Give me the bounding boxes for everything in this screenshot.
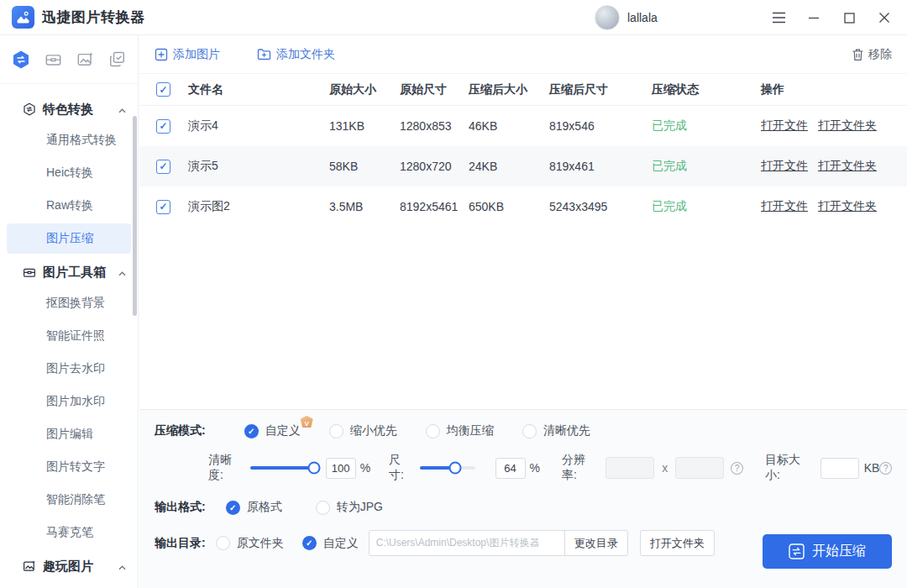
row-checkbox[interactable] <box>156 119 170 134</box>
open-folder-link[interactable]: 打开文件夹 <box>818 199 877 214</box>
open-output-folder-button[interactable]: 打开文件夹 <box>640 530 715 556</box>
target-size-help-icon[interactable]: ? <box>879 462 892 475</box>
open-file-link[interactable]: 打开文件 <box>761 199 808 214</box>
format-option-label: 转为JPG <box>337 500 383 515</box>
sidebar-scrollbar[interactable] <box>133 116 137 316</box>
sidebar-item-image-edit[interactable]: 图片编辑 <box>7 419 131 449</box>
sidebar-item-mosaic-pen[interactable]: 马赛克笔 <box>7 517 131 548</box>
mode-option-shrink-first[interactable]: 缩小优先 <box>329 423 397 438</box>
sidebar-item-universal-convert[interactable]: 通用格式转换 <box>7 125 131 155</box>
radio-checked-icon[interactable] <box>244 424 259 438</box>
resolution-width-input[interactable] <box>606 457 654 479</box>
column-original-size: 原始大小 <box>329 82 400 97</box>
open-folder-link[interactable]: 打开文件夹 <box>818 118 877 134</box>
select-all-checkbox[interactable] <box>156 82 170 97</box>
mode-option-label: 缩小优先 <box>350 423 397 438</box>
minimize-button[interactable] <box>796 0 831 35</box>
section-label: 特色转换 <box>43 102 93 118</box>
sidebar-item-cutout-bg[interactable]: 抠图换背景 <box>7 288 131 318</box>
sidebar-item-raw-convert[interactable]: Raw转换 <box>7 191 131 221</box>
cell-compressed-dimensions: 819x461 <box>549 160 652 173</box>
output-option-source-folder[interactable]: 原文件夹 <box>216 536 284 551</box>
format-option-original[interactable]: 原格式 <box>226 500 282 515</box>
radio-unchecked-icon[interactable] <box>522 424 537 438</box>
open-file-link[interactable]: 打开文件 <box>761 159 808 174</box>
sidebar-item-image-compress[interactable]: 图片压缩 <box>7 223 131 254</box>
status-badge: 已完成 <box>652 199 761 214</box>
compress-mode-label: 压缩模式: <box>155 423 206 438</box>
convert-tab-icon[interactable] <box>11 50 31 70</box>
username: lallala <box>627 11 658 24</box>
add-image-button[interactable]: 添加图片 <box>155 47 220 62</box>
output-option-label: 原文件夹 <box>237 536 284 551</box>
size-value-input[interactable] <box>495 458 526 479</box>
mode-option-custom[interactable]: 自定义V <box>244 423 301 438</box>
start-compress-button[interactable]: 开始压缩 <box>763 534 892 569</box>
chevron-up-icon[interactable] <box>118 265 126 279</box>
output-option-custom[interactable]: 自定义 <box>302 536 359 551</box>
image-tools-tab-icon[interactable] <box>75 50 95 70</box>
sidebar-item-smart-eraser[interactable]: 智能消除笔 <box>7 485 131 515</box>
cell-original-size: 131KB <box>329 119 400 133</box>
resolution-height-input[interactable] <box>675 457 724 479</box>
user-account[interactable]: lallala <box>595 0 658 35</box>
clarity-percent-sign: % <box>360 461 370 475</box>
radio-unchecked-icon[interactable] <box>426 424 440 438</box>
clarity-slider-handle[interactable] <box>307 462 320 475</box>
file-toolbar: 添加图片 添加文件夹 移除 <box>139 35 907 74</box>
resolution-help-icon[interactable]: ? <box>731 462 743 475</box>
main-menu-icon[interactable] <box>761 0 796 35</box>
maximize-button[interactable] <box>831 0 867 35</box>
sidebar-item-remove-watermark[interactable]: 图片去水印 <box>7 354 131 384</box>
output-path-input[interactable] <box>369 530 565 556</box>
radio-unchecked-icon[interactable] <box>329 424 343 438</box>
open-folder-link[interactable]: 打开文件夹 <box>818 159 877 174</box>
open-file-link[interactable]: 打开文件 <box>761 118 808 134</box>
sidebar-icon-rail <box>0 35 138 84</box>
sidebar-item-add-watermark[interactable]: 图片加水印 <box>7 386 131 417</box>
table-row: 演示4 131KB 1280x853 46KB 819x546 已完成 打开文件… <box>139 106 907 146</box>
chevron-up-icon[interactable] <box>118 102 126 116</box>
radio-unchecked-icon[interactable] <box>316 501 330 515</box>
sidebar-item-image-to-text[interactable]: 图片转文字 <box>7 452 131 482</box>
sidebar-item-id-photo[interactable]: 智能证件照 <box>7 321 131 351</box>
user-avatar[interactable] <box>595 5 620 30</box>
mode-option-label: 自定义V <box>265 423 301 438</box>
section-label: 图片工具箱 <box>43 265 106 281</box>
clarity-value-input[interactable] <box>326 458 356 479</box>
output-directory-label: 输出目录: <box>155 536 206 551</box>
change-directory-button[interactable]: 更改目录 <box>564 530 628 556</box>
size-slider-handle[interactable] <box>448 462 461 475</box>
sidebar-section-featured[interactable]: 特色转换 <box>0 96 138 123</box>
format-option-jpg[interactable]: 转为JPG <box>316 500 383 515</box>
compress-mode-row: 压缩模式: 自定义V 缩小优先 均衡压缩 清晰优先 <box>155 423 892 438</box>
radio-unchecked-icon[interactable] <box>216 536 230 550</box>
column-compressed-dimensions: 压缩后尺寸 <box>549 82 652 97</box>
batch-tab-icon[interactable] <box>107 50 127 70</box>
table-row: 演示5 58KB 1280x720 24KB 819x461 已完成 打开文件 … <box>139 146 907 186</box>
target-size-input[interactable] <box>820 458 859 479</box>
column-original-dimensions: 原始尺寸 <box>400 82 469 97</box>
add-image-icon <box>155 48 168 61</box>
add-folder-button[interactable]: 添加文件夹 <box>257 47 335 62</box>
resolution-x-separator: x <box>662 461 668 475</box>
size-percent-sign: % <box>530 461 540 475</box>
sidebar-item-heic-convert[interactable]: Heic转换 <box>7 158 131 188</box>
close-button[interactable] <box>867 0 902 35</box>
chevron-up-icon[interactable] <box>118 559 126 573</box>
size-label: 尺寸: <box>389 453 415 483</box>
sidebar-section-toolbox[interactable]: 图片工具箱 <box>0 259 138 286</box>
row-checkbox[interactable] <box>156 200 170 214</box>
column-operations: 操作 <box>761 82 892 97</box>
toolbox-tab-icon[interactable] <box>43 50 63 70</box>
remove-button[interactable]: 移除 <box>852 47 892 62</box>
radio-checked-icon[interactable] <box>302 536 317 550</box>
sidebar-section-fun-images[interactable]: 趣玩图片 <box>0 553 138 580</box>
main-area: 添加图片 添加文件夹 移除 文件名 原始大小 原始尺寸 压缩后大小 压缩后尺寸 … <box>139 35 907 588</box>
size-slider[interactable] <box>420 466 475 470</box>
row-checkbox[interactable] <box>156 160 170 174</box>
mode-option-clarity-first[interactable]: 清晰优先 <box>522 423 590 438</box>
mode-option-balanced[interactable]: 均衡压缩 <box>426 423 494 438</box>
radio-checked-icon[interactable] <box>226 501 240 515</box>
clarity-slider[interactable] <box>250 466 313 470</box>
